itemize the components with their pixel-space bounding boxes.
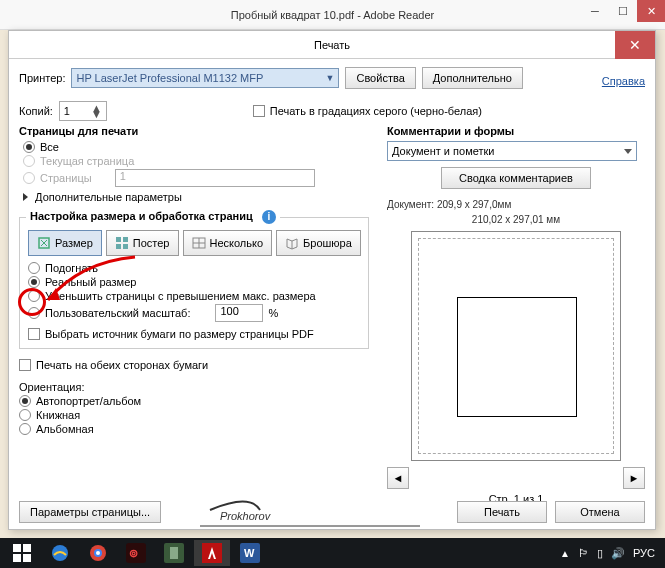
sizing-section-title: Настройка размера и обработка страниц i [26, 210, 280, 224]
info-icon[interactable]: i [262, 210, 276, 224]
tab-booklet[interactable]: Брошюра [276, 230, 361, 256]
advanced-button[interactable]: Дополнительно [422, 67, 523, 89]
booklet-icon [285, 236, 299, 250]
radio-orient-auto[interactable]: Автопортрет/альбом [19, 395, 369, 407]
tab-size[interactable]: Размер [28, 230, 102, 256]
preview-prev-button[interactable]: ◄ [387, 467, 409, 489]
tray-lang[interactable]: РУС [633, 547, 655, 559]
copies-spinner[interactable]: 1 ▲▼ [59, 101, 107, 121]
app-titlebar: Пробный квадрат 10.pdf - Adobe Reader ─ … [0, 0, 665, 30]
radio-icon [23, 141, 35, 153]
tray-network-icon[interactable]: ▯ [597, 547, 603, 560]
dialog-close-button[interactable]: ✕ [615, 31, 655, 59]
radio-pages-range[interactable]: Страницы 1 [23, 169, 369, 187]
triangle-right-icon [23, 193, 28, 201]
app-title: Пробный квадрат 10.pdf - Adobe Reader [231, 9, 434, 21]
svg-rect-2 [123, 237, 128, 242]
doc-size-label: Документ: 209,9 x 297,0мм [387, 199, 645, 210]
pages-section-title: Страницы для печати [19, 125, 369, 137]
window-controls: ─ ☐ ✕ [581, 0, 665, 22]
printer-label: Принтер: [19, 72, 65, 84]
tab-multiple[interactable]: Несколько [183, 230, 273, 256]
radio-current-page[interactable]: Текущая страница [23, 155, 369, 167]
svg-text:⊚: ⊚ [129, 547, 138, 559]
print-dialog: Печать ✕ Принтер: HP LaserJet Profession… [8, 30, 656, 530]
printer-value: HP LaserJet Professional M1132 MFP [76, 72, 263, 84]
grayscale-label: Печать в градациях серого (черно-белая) [270, 105, 482, 117]
radio-icon [28, 307, 40, 319]
taskbar-chrome-icon[interactable] [80, 540, 116, 566]
minimize-button[interactable]: ─ [581, 0, 609, 22]
comments-combo[interactable]: Документ и пометки [387, 141, 637, 161]
taskbar-app-icon[interactable] [156, 540, 192, 566]
svg-rect-22 [170, 547, 178, 559]
pages-range-input[interactable]: 1 [115, 169, 315, 187]
svg-rect-3 [116, 244, 121, 249]
radio-orient-portrait[interactable]: Книжная [19, 409, 369, 421]
spinner-arrows-icon: ▲▼ [91, 105, 102, 117]
grayscale-checkbox[interactable]: Печать в градациях серого (черно-белая) [253, 105, 482, 117]
radio-icon [28, 276, 40, 288]
taskbar-adobe-icon[interactable] [194, 540, 230, 566]
tab-poster[interactable]: Постер [106, 230, 179, 256]
dialog-titlebar: Печать ✕ [9, 31, 655, 59]
system-tray: ▲ 🏳 ▯ 🔊 РУС [560, 547, 661, 560]
more-params-toggle[interactable]: Дополнительные параметры [23, 191, 369, 203]
svg-rect-12 [23, 544, 31, 552]
radio-actual-size[interactable]: Реальный размер [28, 276, 360, 288]
checkbox-icon [253, 105, 265, 117]
tray-up-icon[interactable]: ▲ [560, 548, 570, 559]
print-button[interactable]: Печать [457, 501, 547, 523]
paper-source-checkbox[interactable]: Выбрать источник бумаги по размеру стран… [28, 328, 360, 340]
help-link[interactable]: Справка [602, 75, 645, 87]
duplex-checkbox[interactable]: Печать на обеих сторонах бумаги [19, 359, 369, 371]
orientation-title: Ориентация: [19, 381, 369, 393]
taskbar-word-icon[interactable]: W [232, 540, 268, 566]
svg-text:W: W [244, 547, 255, 559]
close-button[interactable]: ✕ [637, 0, 665, 22]
printer-combo[interactable]: HP LaserJet Professional M1132 MFP ▼ [71, 68, 339, 88]
maximize-button[interactable]: ☐ [609, 0, 637, 22]
preview-content-box [457, 297, 577, 417]
dialog-title: Печать [314, 39, 350, 51]
radio-icon [19, 409, 31, 421]
tray-flag-icon[interactable]: 🏳 [578, 547, 589, 559]
radio-orient-landscape[interactable]: Альбомная [19, 423, 369, 435]
comments-title: Комментарии и формы [387, 125, 645, 137]
scaled-size-label: 210,02 x 297,01 мм [387, 214, 645, 225]
multiple-icon [192, 236, 206, 250]
radio-icon [19, 395, 31, 407]
taskbar-ie-icon[interactable] [42, 540, 78, 566]
radio-icon [19, 423, 31, 435]
radio-icon [28, 290, 40, 302]
print-preview [411, 231, 621, 461]
tray-volume-icon[interactable]: 🔊 [611, 547, 625, 560]
comments-summary-button[interactable]: Сводка комментариев [441, 167, 591, 189]
svg-rect-11 [13, 544, 21, 552]
page-setup-button[interactable]: Параметры страницы... [19, 501, 161, 523]
radio-icon [23, 172, 35, 184]
dropdown-icon [624, 149, 632, 154]
cancel-button[interactable]: Отмена [555, 501, 645, 523]
svg-rect-1 [116, 237, 121, 242]
svg-rect-13 [13, 554, 21, 562]
radio-icon [23, 155, 35, 167]
radio-all-pages[interactable]: Все [23, 141, 369, 153]
preview-next-button[interactable]: ► [623, 467, 645, 489]
copies-label: Копий: [19, 105, 53, 117]
properties-button[interactable]: Свойства [345, 67, 415, 89]
radio-custom-scale[interactable]: Пользовательский масштаб: 100 % [28, 304, 360, 322]
radio-shrink[interactable]: Уменьшить страницы с превышением макс. р… [28, 290, 360, 302]
taskbar-cc-icon[interactable]: ⊚ [118, 540, 154, 566]
svg-rect-4 [123, 244, 128, 249]
radio-fit[interactable]: Подогнать [28, 262, 360, 274]
checkbox-icon [28, 328, 40, 340]
size-icon [37, 236, 51, 250]
copies-value: 1 [64, 105, 70, 117]
custom-scale-input[interactable]: 100 [215, 304, 263, 322]
dropdown-icon: ▼ [326, 73, 335, 83]
svg-rect-14 [23, 554, 31, 562]
svg-point-18 [96, 551, 100, 555]
start-button[interactable] [4, 540, 40, 566]
checkbox-icon [19, 359, 31, 371]
